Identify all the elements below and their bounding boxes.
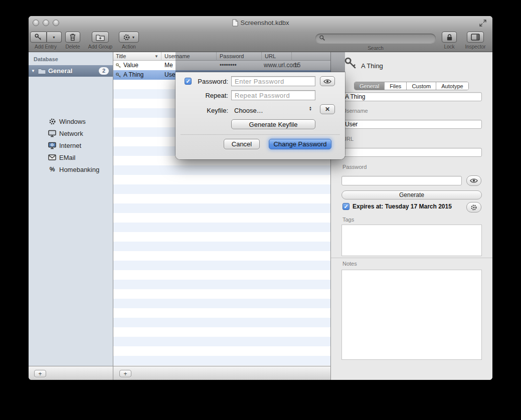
change-password-button[interactable]: Change Password <box>269 139 331 149</box>
check-icon: ✓ <box>186 79 190 84</box>
sidebar-group-label: General <box>48 67 99 75</box>
sheet-shadow-zone <box>176 52 345 72</box>
sidebar-list-divider[interactable] <box>113 52 113 380</box>
search-input[interactable] <box>315 34 436 43</box>
sort-arrow-icon: ▼ <box>154 54 158 59</box>
entry-title: Value <box>123 62 138 69</box>
keyfile-select[interactable]: Choose… <box>234 107 263 114</box>
sidebar-item-network[interactable]: Network <box>29 127 113 139</box>
sidebar-item-label: Internet <box>59 142 81 149</box>
action-label: Action <box>122 44 136 50</box>
sheet-keyfile-label: Keyfile: <box>194 107 228 114</box>
inspector-button[interactable] <box>467 32 484 43</box>
password-label: Password <box>342 164 367 170</box>
inspector-tabs: General Files Custom Autotype <box>354 82 469 90</box>
delete-button[interactable] <box>65 32 80 43</box>
tab-autotype[interactable]: Autotype <box>436 82 468 90</box>
expires-settings-button[interactable] <box>466 202 481 213</box>
tab-general[interactable]: General <box>355 82 385 90</box>
document-icon <box>232 19 238 27</box>
sheet-repeat-input[interactable] <box>231 90 315 100</box>
key-icon <box>115 63 121 69</box>
add-entry-footer-button[interactable]: + <box>119 370 131 377</box>
column-header-title[interactable]: Title ▼ <box>113 52 161 61</box>
add-group-button[interactable] <box>92 32 109 43</box>
bottom-bar: + + <box>29 366 330 380</box>
sidebar-item-email[interactable]: EMail <box>29 151 113 163</box>
add-entry-button[interactable] <box>30 32 47 43</box>
expires-checkbox[interactable]: ✓ <box>342 203 350 210</box>
sheet-show-password-button[interactable] <box>320 76 335 86</box>
change-password-sheet: ✓ Password: Repeat: Keyfile: Choose… ▲▼ … <box>176 52 345 159</box>
username-field[interactable] <box>341 120 482 129</box>
key-icon <box>343 56 358 70</box>
entry-title: A Thing <box>123 71 143 78</box>
generate-password-button[interactable]: Generate <box>341 190 482 199</box>
sidebar-item-general[interactable]: ▼ General 2 <box>29 65 113 77</box>
section-divider <box>330 258 492 258</box>
folder-plus-icon <box>96 34 105 41</box>
fullscreen-icon[interactable] <box>479 20 486 27</box>
password-checkbox[interactable]: ✓ <box>185 78 192 85</box>
sidebar-item-homebanking[interactable]: % Homebanking <box>29 163 113 175</box>
notes-input[interactable] <box>341 270 482 360</box>
inspector-entry-title: A Thing <box>361 62 383 70</box>
entry-username: Me <box>164 62 173 69</box>
folder-icon <box>38 68 46 75</box>
action-group: ▼ Action <box>117 32 140 50</box>
percent-icon: % <box>50 166 55 173</box>
notes-label: Notes <box>342 261 357 267</box>
key-icon <box>34 33 42 41</box>
disclosure-triangle-icon[interactable]: ▼ <box>29 69 38 73</box>
stepper-icon[interactable]: ▲▼ <box>309 106 312 111</box>
cancel-button[interactable]: Cancel <box>224 139 260 149</box>
search-area <box>315 33 436 43</box>
add-entry-group: ▼ Add Entry <box>31 32 60 50</box>
sheet-password-input[interactable] <box>231 76 315 86</box>
sidebar-section-header: Database <box>34 56 118 62</box>
sidebar-item-internet[interactable]: Internet <box>29 139 113 151</box>
window-chrome: Screenshot.kdbx ▼ Add Entry Delete <box>29 16 492 52</box>
tab-files[interactable]: Files <box>385 82 407 90</box>
add-group-group: Add Group <box>85 32 116 50</box>
generate-keyfile-button[interactable]: Generate Keyfile <box>231 119 315 129</box>
tags-input[interactable] <box>341 225 482 256</box>
inspector-panel-icon <box>471 34 480 41</box>
lock-group: Lock <box>438 32 461 50</box>
envelope-icon <box>48 154 56 160</box>
gear-icon <box>49 118 56 125</box>
clear-keyfile-button[interactable]: ✕ <box>320 104 335 114</box>
add-group-footer-button[interactable]: + <box>34 370 46 377</box>
chevron-down-icon: ▼ <box>132 36 135 39</box>
password-field[interactable] <box>341 176 462 185</box>
expires-label: Expires at: Tuesday 17 March 2015 <box>353 203 452 210</box>
action-button[interactable]: ▼ <box>119 32 139 43</box>
window-title: Screenshot.kdbx <box>241 19 289 27</box>
sidebar-item-label: Network <box>59 130 83 137</box>
check-icon: ✓ <box>343 204 348 209</box>
sidebar-item-label: Windows <box>59 118 86 125</box>
lock-label: Lock <box>444 44 454 50</box>
chevron-down-icon: ▼ <box>52 36 56 39</box>
add-entry-dropdown[interactable]: ▼ <box>47 32 62 43</box>
inspector-group: Inspector <box>462 32 489 50</box>
inspector-panel: A Thing General Files Custom Autotype Us… <box>330 52 492 380</box>
add-group-label: Add Group <box>88 44 112 50</box>
eye-icon <box>323 79 331 84</box>
monitor-icon <box>48 130 56 137</box>
title-field[interactable] <box>341 92 482 101</box>
key-icon <box>115 72 121 78</box>
app-window: Screenshot.kdbx ▼ Add Entry Delete <box>29 16 492 380</box>
close-icon: ✕ <box>325 106 330 113</box>
trash-icon <box>69 33 76 41</box>
show-password-button[interactable] <box>466 175 481 186</box>
tab-custom[interactable]: Custom <box>407 82 436 90</box>
sheet-divider <box>181 134 340 135</box>
url-field[interactable] <box>341 148 482 157</box>
add-entry-label: Add Entry <box>35 44 57 50</box>
window-title-area: Screenshot.kdbx <box>29 19 492 27</box>
sheet-password-label: Password: <box>194 78 228 85</box>
lock-button[interactable] <box>442 32 457 43</box>
username-label: Username <box>342 108 368 114</box>
sidebar-item-windows[interactable]: Windows <box>29 115 113 127</box>
